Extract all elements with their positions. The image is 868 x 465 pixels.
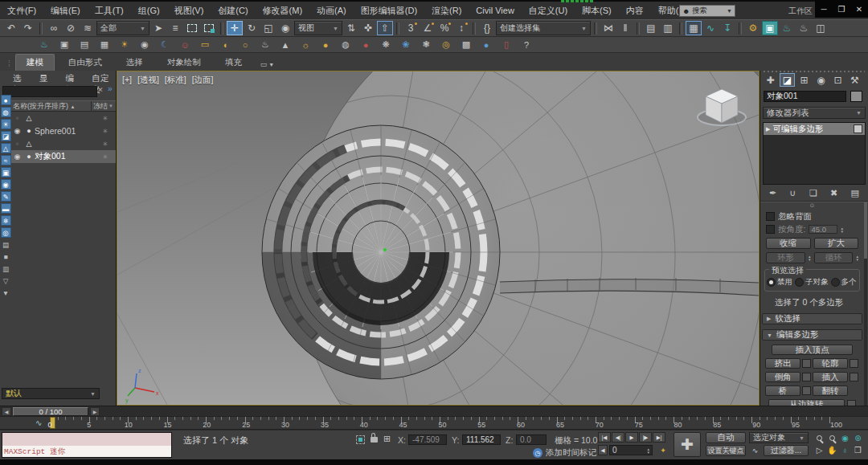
zoom-all-icon[interactable]: [826, 432, 838, 443]
light-lister-icon[interactable]: ☀: [117, 39, 132, 51]
filter-containers-icon[interactable]: ▬: [1, 203, 11, 214]
maxscript-mini-listener[interactable]: MAXScript 迷你: [2, 432, 172, 458]
select-and-link-icon[interactable]: ∞: [46, 21, 62, 35]
keyboard-override-icon[interactable]: ⇧: [377, 21, 393, 35]
filter-lights-icon[interactable]: ☀: [1, 119, 11, 129]
settings-box-icon[interactable]: [850, 359, 858, 368]
shrink-button[interactable]: 收缩: [766, 238, 811, 249]
frozen-column-label[interactable]: 冻结: [93, 101, 108, 112]
filter-bones-icon[interactable]: ✎: [1, 191, 11, 202]
plane-primitive-icon[interactable]: ▭: [198, 39, 212, 51]
framebuffer-icon[interactable]: ▣: [57, 39, 72, 51]
key-step-toggle[interactable]: ◀: [598, 445, 608, 455]
track-bar[interactable]: ∿ 05101520253035404550556065707580859095…: [0, 416, 868, 430]
settings-box-icon[interactable]: [802, 386, 811, 395]
frame-spinner[interactable]: ▴▾: [647, 447, 649, 454]
frozen-toggle-icon[interactable]: ✳: [95, 153, 116, 161]
object-name-label[interactable]: Sphere001: [35, 126, 95, 136]
viewport-3d-scene[interactable]: x y z: [117, 71, 759, 405]
y-coord-field[interactable]: 111.562: [462, 434, 501, 445]
red-ball-icon[interactable]: ●: [358, 39, 373, 51]
explorer-column-header[interactable]: 名称(按升序排序) ▲ 冻结 ▼: [11, 100, 116, 112]
ribbon-tab-modeling[interactable]: 建模: [15, 54, 55, 71]
filter-groups-icon[interactable]: ▣: [1, 167, 11, 177]
maximize-viewport-icon[interactable]: ❒: [852, 444, 864, 455]
filter-frozen-icon[interactable]: ❄: [1, 215, 11, 226]
expand-filter-icon[interactable]: ▽: [1, 275, 11, 286]
time-back-button[interactable]: ◀: [2, 407, 11, 416]
shell-icon[interactable]: ◎: [439, 39, 453, 51]
settings-box-icon[interactable]: [802, 359, 811, 368]
clear-search-icon[interactable]: ✕: [97, 86, 104, 94]
filter-helpers-icon[interactable]: △: [1, 143, 11, 153]
dome-primitive-icon[interactable]: ◖: [218, 39, 232, 51]
edit-named-sets-icon[interactable]: {}: [479, 21, 495, 35]
fur-icon[interactable]: ❃: [419, 39, 433, 51]
menu-file[interactable]: 文件(F): [0, 2, 43, 19]
go-end-button[interactable]: ▶|: [653, 432, 665, 443]
settings-box-icon[interactable]: [847, 400, 856, 406]
sort-layer-icon[interactable]: ▥: [1, 263, 11, 274]
by-angle-spinner[interactable]: ▴▾: [841, 226, 843, 233]
loop-spinner[interactable]: ▴▾: [856, 255, 858, 261]
key-mode-icon[interactable]: ✦: [657, 445, 669, 455]
layer-manager-icon[interactable]: ▤: [643, 21, 659, 35]
bridge-button[interactable]: 桥: [765, 385, 800, 396]
by-angle-value-field[interactable]: 45.0: [809, 225, 837, 234]
scene-row-sphere001[interactable]: ◉ ● Sphere001 ✳: [11, 124, 116, 137]
ring-button[interactable]: 环形: [766, 252, 805, 263]
rect-selection-region-icon[interactable]: [184, 21, 200, 35]
percent-snap-icon[interactable]: %: [436, 21, 452, 35]
particle-icon[interactable]: ❋: [379, 39, 393, 51]
motion-tab[interactable]: ◉: [813, 73, 829, 87]
stack-item-editable-poly[interactable]: ▶ 可编辑多边形: [764, 123, 865, 135]
scene-row-object001[interactable]: ◉ ● 对象001 ✳: [11, 150, 116, 163]
rollout-scroll-area[interactable]: ⊙ 忽略背面 按角度: 45.0 ▴▾ 收缩 扩大 环形 ▴▾ 循环: [760, 202, 864, 406]
visibility-eye-icon[interactable]: ◉: [11, 127, 23, 135]
ignore-backfacing-checkbox[interactable]: [766, 212, 775, 221]
ring-spinner[interactable]: ▴▾: [809, 255, 811, 261]
current-frame-field[interactable]: 0 ▴▾: [609, 445, 653, 455]
select-object-icon[interactable]: ➤: [150, 21, 166, 35]
ribbon-tab-populate[interactable]: 填充: [215, 55, 252, 71]
hinge-from-edge-button[interactable]: 从边旋转: [768, 399, 845, 406]
visibility-eye-icon[interactable]: ●: [11, 140, 23, 148]
filter-hidden-icon[interactable]: ◎: [1, 227, 11, 238]
utilities-tab[interactable]: ⚒: [847, 73, 862, 87]
object-color-swatch[interactable]: [850, 91, 862, 102]
viewport-menu-general[interactable]: [+]: [122, 75, 132, 86]
remove-modifier-icon[interactable]: ✖: [830, 188, 837, 198]
key-filter-curve-icon[interactable]: ∿: [749, 445, 761, 456]
help-icon[interactable]: ?: [519, 39, 534, 51]
render-setup-icon[interactable]: ⚙: [745, 21, 761, 35]
macro-recorder-line[interactable]: [2, 433, 171, 446]
menu-rendering[interactable]: 渲染(R): [424, 2, 469, 19]
cone-primitive-icon[interactable]: ▲: [278, 39, 293, 51]
set-keys-button[interactable]: 设置关键点: [706, 445, 746, 456]
menu-views[interactable]: 视图(V): [167, 2, 211, 19]
filter-spacewarps-icon[interactable]: ≈: [1, 155, 11, 165]
minimize-button[interactable]: ─: [817, 2, 831, 15]
selection-lock-icon[interactable]: [371, 437, 378, 443]
filter-xrefs-icon[interactable]: ◉: [1, 179, 11, 190]
inset-button[interactable]: 插入: [813, 372, 848, 382]
geosphere-icon[interactable]: ●: [318, 39, 333, 51]
sun-light-icon[interactable]: ☼: [298, 39, 313, 51]
extrude-button[interactable]: 挤出: [765, 358, 800, 369]
outline-button[interactable]: 轮廓: [813, 358, 848, 369]
zoom-extents-icon[interactable]: ◉: [839, 432, 851, 443]
zoom-icon[interactable]: [813, 432, 825, 443]
spreadsheet-icon[interactable]: ▦: [97, 39, 112, 51]
ribbon-tab-freeform[interactable]: 自由形式: [58, 55, 113, 71]
mini-curve-editor-icon[interactable]: ∿: [35, 418, 42, 427]
expand-arrow-icon[interactable]: ▶: [766, 126, 770, 133]
close-button[interactable]: ✕: [852, 2, 866, 15]
scene-row-shape-1[interactable]: ● △ ✳: [11, 112, 116, 124]
material-ball-icon[interactable]: ◍: [338, 39, 353, 51]
zoom-extents-all-icon[interactable]: ⊛: [852, 432, 864, 443]
visibility-eye-icon[interactable]: ◉: [11, 153, 23, 161]
create-tab[interactable]: ✚: [763, 73, 778, 87]
grid-icon[interactable]: ▩: [459, 39, 473, 51]
render-production-icon[interactable]: ♨: [779, 21, 795, 35]
explorer-preset-dropdown[interactable]: 默认 ▼: [2, 388, 100, 399]
